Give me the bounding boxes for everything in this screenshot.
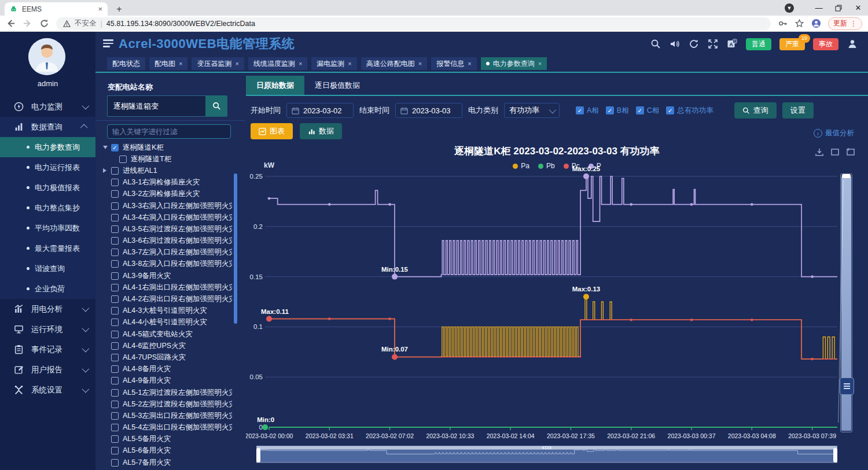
tree-checkbox[interactable] [111, 202, 119, 210]
password-key-icon[interactable] [778, 18, 788, 28]
tree-item[interactable]: AL5-5备用火灾 [103, 434, 232, 445]
main-tab[interactable]: 电力参数查询× [481, 57, 547, 70]
refresh-icon[interactable] [39, 18, 49, 28]
phase-checkbox-item[interactable]: ✓B相 [606, 106, 629, 116]
main-tab[interactable]: 配电图× [149, 57, 187, 70]
tree-item[interactable]: AL4-4小桩号引道照明火灾 [103, 317, 232, 328]
station-search-input[interactable] [107, 95, 205, 117]
checkbox-checked-icon[interactable]: ✓ [666, 106, 674, 114]
extreme-analysis-link[interactable]: i 最值分析 [814, 128, 854, 138]
datazoom-handle-top[interactable] [842, 174, 851, 178]
tree-checkbox[interactable] [111, 295, 119, 303]
tree-item[interactable]: AL3-9备用火灾 [103, 270, 232, 282]
slider-handle-left[interactable] [256, 448, 260, 462]
tree-checkbox[interactable] [111, 342, 119, 350]
query-button[interactable]: 查询 [734, 102, 777, 119]
not-secure-warning-icon[interactable] [63, 20, 71, 27]
user-icon[interactable] [847, 39, 858, 49]
sidebar-item-analysis[interactable]: 用电分析 [0, 299, 95, 319]
tree-checkbox[interactable] [111, 179, 119, 186]
checkbox-checked-icon[interactable]: ✓ [606, 106, 614, 114]
window-close-button[interactable]: ✕ [848, 0, 868, 16]
tree-item[interactable]: AL4-6监控UPS火灾 [103, 340, 232, 351]
tree-item[interactable]: AL4-9备用火灾 [103, 375, 232, 387]
tree-checkbox[interactable] [111, 447, 119, 454]
refresh-sync-icon[interactable] [689, 39, 699, 49]
bookmark-star-icon[interactable] [795, 18, 804, 28]
close-tab-icon[interactable]: × [348, 60, 351, 67]
sidebar-subitem[interactable]: 谐波查询 [0, 258, 95, 279]
sidebar-item-data[interactable]: 数据查询 [0, 117, 95, 137]
chart-plot[interactable]: 00.050.10.150.20.25kW2023-03-02 00:00202… [246, 145, 868, 445]
tree-checkbox[interactable] [111, 260, 119, 268]
sidebar-item-env[interactable]: 运行环境 [0, 319, 95, 339]
datazoom-slider-horizontal[interactable] [256, 446, 837, 463]
tree-checkbox[interactable] [111, 354, 119, 361]
tree-checkbox[interactable] [111, 272, 119, 280]
tree-checkbox[interactable] [119, 156, 127, 163]
tree-item[interactable]: AL3-8左洞入口段右侧加强照明火灾 [103, 258, 232, 270]
tree-checkbox[interactable]: ✓ [111, 144, 119, 151]
sidebar-subitem[interactable]: 电力运行报表 [0, 157, 95, 177]
close-tab-icon[interactable]: × [468, 60, 471, 67]
datazoom-grip[interactable] [840, 378, 854, 395]
search-icon[interactable] [650, 39, 661, 49]
tree-item[interactable]: AL3-5右洞过渡段左侧加强照明火灾 [103, 223, 232, 235]
main-tab[interactable]: 漏电监测× [311, 57, 356, 70]
tab-daily-raw-data[interactable]: 日原始数据 [246, 76, 304, 95]
tree-checkbox[interactable] [111, 167, 119, 175]
main-tab[interactable]: 报警信息× [431, 57, 476, 70]
tree-checkbox[interactable] [111, 435, 119, 443]
forward-icon[interactable] [23, 18, 32, 28]
tree-item[interactable]: AL3-6右洞过渡段右侧加强照明火灾 [103, 235, 232, 247]
tree-checkbox[interactable] [111, 412, 119, 420]
back-icon[interactable] [6, 18, 16, 28]
station-search-button[interactable] [205, 95, 227, 117]
window-restore-button[interactable] [829, 0, 848, 16]
phase-checkbox-item[interactable]: ✓A相 [576, 106, 599, 116]
sound-icon[interactable] [670, 39, 680, 49]
sidebar-item-event[interactable]: 事件记录 [0, 339, 95, 360]
tree-item[interactable]: AL4-7UPS回路火灾 [103, 351, 232, 363]
tree-item[interactable]: AL4-5箱式变电站火灾 [103, 328, 232, 340]
tree-item[interactable]: AL5-4左洞出口段右侧加强照明火灾 [103, 422, 232, 434]
tree-checkbox[interactable] [111, 389, 119, 397]
sidebar-subitem[interactable]: 电力极值报表 [0, 177, 95, 198]
close-tab-icon[interactable]: × [179, 60, 182, 67]
datazoom-slider-vertical[interactable] [840, 173, 852, 432]
tree-checkbox[interactable] [111, 214, 119, 221]
tree-item[interactable]: AL4-3大桩号引道照明火灾 [103, 305, 232, 317]
sidebar-item-report[interactable]: 用户报告 [0, 360, 95, 380]
end-date-input[interactable]: 2023-03-03 [395, 103, 462, 118]
tree-checkbox[interactable] [111, 284, 119, 291]
main-tab[interactable]: 配电状态 [107, 57, 145, 70]
tab-close-icon[interactable]: × [98, 5, 102, 13]
tree-checkbox[interactable] [111, 459, 119, 467]
sidebar-subitem[interactable]: 平均功率因数 [0, 218, 95, 238]
sidebar-item-settings[interactable]: 系统设置 [0, 380, 95, 400]
fullscreen-icon[interactable] [708, 39, 718, 49]
data-view-button[interactable]: 数据 [300, 123, 342, 139]
slider-handle-right[interactable] [833, 448, 837, 462]
close-tab-icon[interactable]: × [235, 60, 238, 67]
collapse-menu-icon[interactable] [103, 39, 113, 47]
sidebar-subitem[interactable]: 最大需量报表 [0, 238, 95, 258]
main-tab[interactable]: 线缆温度监测× [248, 57, 307, 70]
tree-item[interactable]: AL3-4右洞入口段右侧加强照明火灾 [103, 212, 232, 223]
browser-profile-icon[interactable] [811, 18, 821, 28]
alarm-pill[interactable]: 严重19 [779, 38, 805, 50]
translate-icon[interactable]: A文 [727, 39, 737, 49]
address-bar[interactable]: 不安全 | 45.81.195.134:8090/3000WEBV2/Elect… [56, 17, 771, 30]
new-tab-button[interactable]: + [113, 3, 125, 15]
tree-item[interactable]: AL3-7左洞入口段左侧加强照明火灾 [103, 247, 232, 258]
tree-checkbox[interactable] [111, 377, 119, 384]
phase-checkbox-item[interactable]: ✓C相 [636, 106, 660, 116]
sidebar-item-power[interactable]: 电力监测 [0, 97, 95, 117]
browser-tab[interactable]: EEMS × [5, 2, 108, 16]
chart-view-button[interactable]: 图表 [251, 123, 293, 139]
main-tab[interactable]: 变压器监测× [192, 57, 244, 70]
alarm-pill[interactable]: 普通 [746, 38, 771, 50]
caret-right-icon[interactable] [103, 168, 111, 173]
avatar[interactable] [28, 38, 65, 75]
tab-daily-extreme-data[interactable]: 逐日极值数据 [304, 76, 370, 95]
